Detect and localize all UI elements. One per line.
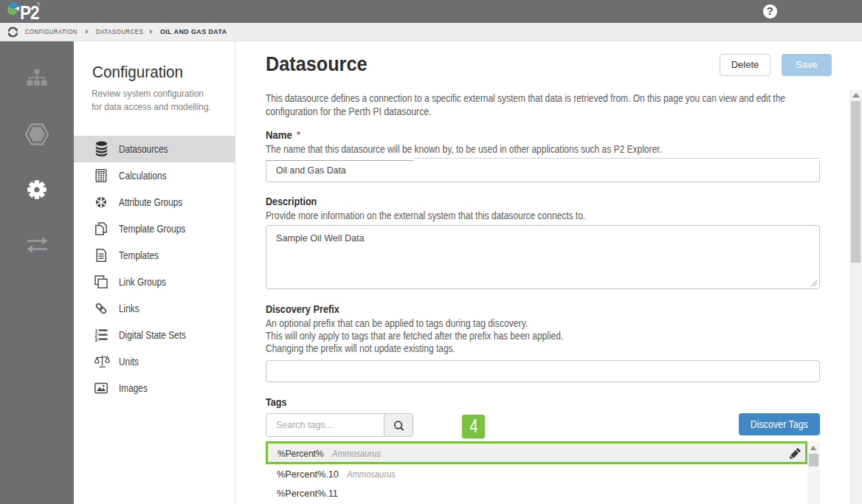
- svg-text:3: 3: [94, 337, 97, 342]
